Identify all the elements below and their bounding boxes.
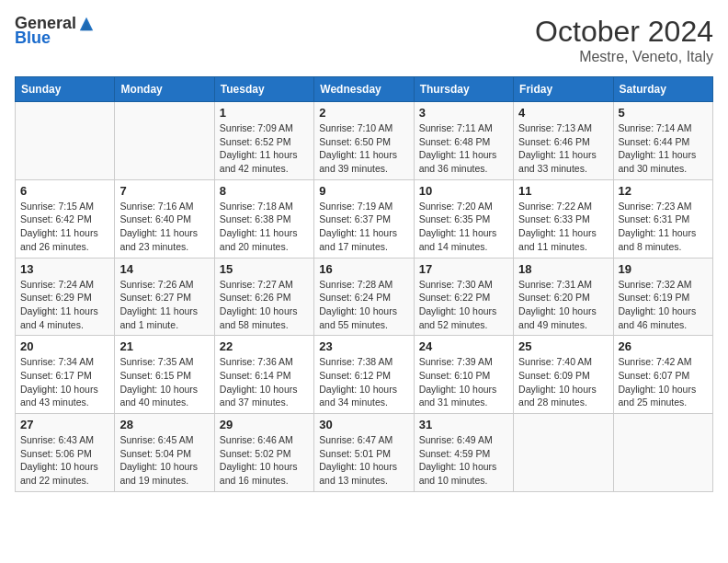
day-info: Sunrise: 7:20 AM Sunset: 6:35 PM Dayligh… — [419, 201, 497, 252]
day-number: 26 — [619, 339, 708, 353]
calendar-cell: 17 Sunrise: 7:30 AM Sunset: 6:22 PM Dayl… — [414, 258, 513, 336]
day-info: Sunrise: 7:38 AM Sunset: 6:12 PM Dayligh… — [319, 356, 397, 408]
calendar-cell — [16, 102, 115, 180]
day-info: Sunrise: 7:24 AM Sunset: 6:29 PM Dayligh… — [20, 279, 98, 330]
calendar-cell: 26 Sunrise: 7:42 AM Sunset: 6:07 PM Dayl… — [613, 336, 712, 414]
day-number: 1 — [220, 106, 309, 120]
header-thursday: Thursday — [414, 77, 513, 102]
day-number: 31 — [419, 418, 508, 431]
calendar-cell: 29 Sunrise: 6:46 AM Sunset: 5:02 PM Dayl… — [214, 414, 313, 492]
day-number: 30 — [319, 418, 408, 431]
week-row-5: 27 Sunrise: 6:43 AM Sunset: 5:06 PM Dayl… — [16, 414, 713, 492]
header-wednesday: Wednesday — [314, 77, 414, 102]
title-block: October 2024 Mestre, Veneto, Italy — [535, 15, 713, 65]
day-number: 11 — [518, 184, 608, 198]
header-saturday: Saturday — [613, 77, 712, 102]
day-number: 22 — [220, 339, 309, 353]
calendar-cell: 8 Sunrise: 7:18 AM Sunset: 6:38 PM Dayli… — [214, 179, 313, 258]
logo-blue: Blue — [15, 29, 51, 48]
calendar-cell: 15 Sunrise: 7:27 AM Sunset: 6:26 PM Dayl… — [214, 258, 313, 336]
calendar-cell: 1 Sunrise: 7:09 AM Sunset: 6:52 PM Dayli… — [214, 102, 313, 180]
calendar-cell: 23 Sunrise: 7:38 AM Sunset: 6:12 PM Dayl… — [314, 336, 414, 414]
day-info: Sunrise: 7:26 AM Sunset: 6:27 PM Dayligh… — [119, 279, 198, 330]
day-info: Sunrise: 7:32 AM Sunset: 6:19 PM Dayligh… — [619, 279, 697, 330]
day-number: 17 — [419, 262, 508, 276]
week-row-3: 13 Sunrise: 7:24 AM Sunset: 6:29 PM Dayl… — [16, 258, 713, 336]
calendar-cell: 9 Sunrise: 7:19 AM Sunset: 6:37 PM Dayli… — [314, 179, 414, 258]
day-info: Sunrise: 6:46 AM Sunset: 5:02 PM Dayligh… — [220, 434, 298, 486]
day-number: 27 — [20, 418, 109, 431]
day-number: 21 — [119, 339, 209, 353]
day-number: 18 — [518, 262, 608, 276]
calendar-cell: 25 Sunrise: 7:40 AM Sunset: 6:09 PM Dayl… — [514, 336, 613, 414]
header-monday: Monday — [115, 77, 214, 102]
day-number: 3 — [419, 106, 508, 120]
day-info: Sunrise: 7:36 AM Sunset: 6:14 PM Dayligh… — [220, 356, 298, 408]
day-number: 16 — [319, 262, 408, 276]
day-info: Sunrise: 7:16 AM Sunset: 6:40 PM Dayligh… — [119, 201, 198, 252]
day-number: 25 — [518, 339, 608, 353]
calendar-cell: 7 Sunrise: 7:16 AM Sunset: 6:40 PM Dayli… — [115, 179, 214, 258]
day-info: Sunrise: 7:22 AM Sunset: 6:33 PM Dayligh… — [518, 201, 597, 252]
calendar-cell: 3 Sunrise: 7:11 AM Sunset: 6:48 PM Dayli… — [414, 102, 513, 180]
calendar-cell: 20 Sunrise: 7:34 AM Sunset: 6:17 PM Dayl… — [16, 336, 115, 414]
day-number: 12 — [619, 184, 708, 198]
calendar-cell: 24 Sunrise: 7:39 AM Sunset: 6:10 PM Dayl… — [414, 336, 513, 414]
logo: General Blue — [15, 15, 95, 48]
day-info: Sunrise: 7:14 AM Sunset: 6:44 PM Dayligh… — [619, 122, 697, 174]
calendar-cell: 14 Sunrise: 7:26 AM Sunset: 6:27 PM Dayl… — [115, 258, 214, 336]
calendar-cell — [115, 102, 214, 180]
calendar-cell: 10 Sunrise: 7:20 AM Sunset: 6:35 PM Dayl… — [414, 179, 513, 258]
day-number: 9 — [319, 184, 408, 198]
day-info: Sunrise: 7:30 AM Sunset: 6:22 PM Dayligh… — [419, 279, 497, 330]
day-info: Sunrise: 7:39 AM Sunset: 6:10 PM Dayligh… — [419, 356, 497, 408]
day-number: 15 — [220, 262, 309, 276]
header-sunday: Sunday — [16, 77, 115, 102]
page-header: General Blue October 2024 Mestre, Veneto… — [15, 15, 713, 65]
day-info: Sunrise: 6:45 AM Sunset: 5:04 PM Dayligh… — [119, 434, 198, 486]
calendar-cell — [613, 414, 712, 492]
day-number: 24 — [419, 339, 508, 353]
week-row-1: 1 Sunrise: 7:09 AM Sunset: 6:52 PM Dayli… — [16, 102, 713, 180]
day-info: Sunrise: 7:09 AM Sunset: 6:52 PM Dayligh… — [220, 122, 298, 174]
logo-icon — [78, 16, 95, 32]
day-number: 2 — [319, 106, 408, 120]
day-info: Sunrise: 7:31 AM Sunset: 6:20 PM Dayligh… — [518, 279, 597, 330]
calendar-cell: 27 Sunrise: 6:43 AM Sunset: 5:06 PM Dayl… — [16, 414, 115, 492]
day-number: 20 — [20, 339, 109, 353]
calendar-cell: 4 Sunrise: 7:13 AM Sunset: 6:46 PM Dayli… — [514, 102, 613, 180]
day-number: 7 — [119, 184, 209, 198]
day-info: Sunrise: 7:10 AM Sunset: 6:50 PM Dayligh… — [319, 122, 397, 174]
calendar-cell: 21 Sunrise: 7:35 AM Sunset: 6:15 PM Dayl… — [115, 336, 214, 414]
day-number: 10 — [419, 184, 508, 198]
calendar-cell: 30 Sunrise: 6:47 AM Sunset: 5:01 PM Dayl… — [314, 414, 414, 492]
day-info: Sunrise: 7:42 AM Sunset: 6:07 PM Dayligh… — [619, 356, 697, 408]
day-info: Sunrise: 7:11 AM Sunset: 6:48 PM Dayligh… — [419, 122, 497, 174]
calendar-table: Sunday Monday Tuesday Wednesday Thursday… — [15, 76, 713, 492]
calendar-cell: 31 Sunrise: 6:49 AM Sunset: 4:59 PM Dayl… — [414, 414, 513, 492]
header-friday: Friday — [514, 77, 613, 102]
day-number: 23 — [319, 339, 408, 353]
weekday-header-row: Sunday Monday Tuesday Wednesday Thursday… — [16, 77, 713, 102]
day-info: Sunrise: 6:49 AM Sunset: 4:59 PM Dayligh… — [419, 434, 497, 486]
calendar-cell: 5 Sunrise: 7:14 AM Sunset: 6:44 PM Dayli… — [613, 102, 712, 180]
day-info: Sunrise: 7:28 AM Sunset: 6:24 PM Dayligh… — [319, 279, 397, 330]
calendar-cell: 22 Sunrise: 7:36 AM Sunset: 6:14 PM Dayl… — [214, 336, 313, 414]
day-info: Sunrise: 7:27 AM Sunset: 6:26 PM Dayligh… — [220, 279, 298, 330]
calendar-cell: 19 Sunrise: 7:32 AM Sunset: 6:19 PM Dayl… — [613, 258, 712, 336]
day-info: Sunrise: 7:15 AM Sunset: 6:42 PM Dayligh… — [20, 201, 98, 252]
day-number: 19 — [619, 262, 708, 276]
day-info: Sunrise: 7:35 AM Sunset: 6:15 PM Dayligh… — [119, 356, 198, 408]
month-title: October 2024 — [535, 15, 713, 49]
day-number: 14 — [119, 262, 209, 276]
day-number: 28 — [119, 418, 209, 431]
day-info: Sunrise: 6:47 AM Sunset: 5:01 PM Dayligh… — [319, 434, 397, 486]
week-row-2: 6 Sunrise: 7:15 AM Sunset: 6:42 PM Dayli… — [16, 179, 713, 258]
day-number: 8 — [220, 184, 309, 198]
day-number: 13 — [20, 262, 109, 276]
day-info: Sunrise: 7:23 AM Sunset: 6:31 PM Dayligh… — [619, 201, 697, 252]
calendar-cell — [514, 414, 613, 492]
day-number: 6 — [20, 184, 109, 198]
calendar-cell: 2 Sunrise: 7:10 AM Sunset: 6:50 PM Dayli… — [314, 102, 414, 180]
day-number: 5 — [619, 106, 708, 120]
